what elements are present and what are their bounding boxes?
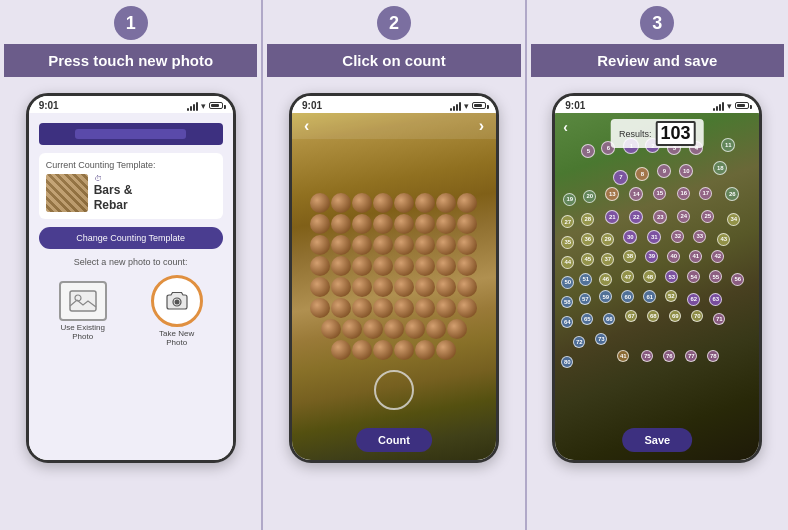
phone2-icons: ▾ — [450, 101, 486, 111]
save-btn-wrapper: Save — [622, 428, 692, 452]
template-name: Bars &Rebar — [94, 183, 133, 212]
num-circle: 52 — [665, 290, 677, 302]
rod — [342, 319, 362, 339]
num-circle: 65 — [581, 313, 593, 325]
rod — [373, 340, 393, 360]
rod — [310, 235, 330, 255]
template-image-inner — [46, 174, 88, 212]
template-icon: ⏱ — [94, 174, 133, 183]
phone2-back-arrow[interactable]: ‹ — [304, 117, 309, 135]
rod — [436, 214, 456, 234]
num-circle: 53 — [665, 270, 678, 283]
rod — [436, 298, 456, 318]
rod — [415, 340, 435, 360]
num-circle: 64 — [561, 316, 573, 328]
rod-row-7 — [297, 319, 491, 339]
rod — [405, 319, 425, 339]
rod — [331, 193, 351, 213]
num-circle: 13 — [605, 187, 619, 201]
results-label: Results: — [619, 129, 652, 139]
num-circle: 10 — [679, 164, 693, 178]
use-existing-photo-option[interactable]: Use ExistingPhoto — [59, 281, 107, 342]
count-button[interactable]: Count — [356, 428, 432, 452]
rod — [310, 193, 330, 213]
phone1-time: 9:01 — [39, 100, 59, 111]
num-circle: 75 — [641, 350, 653, 362]
num-circle: 41 — [617, 350, 629, 362]
rod — [415, 256, 435, 276]
results-bar: Results: 103 — [611, 119, 704, 148]
phone2-battery-icon — [472, 102, 486, 109]
num-circle: 78 — [707, 350, 719, 362]
phone2-signal-icon — [450, 101, 461, 111]
num-circle: 27 — [561, 215, 574, 228]
rod — [436, 193, 456, 213]
rod-row-6 — [297, 298, 491, 318]
template-row: ⏱ Bars &Rebar — [46, 174, 216, 212]
phone1-nav-bar-inner — [75, 129, 185, 139]
template-image — [46, 174, 88, 212]
step-3-header: 3 Review and save — [527, 0, 788, 85]
num-circle: 25 — [701, 210, 714, 223]
rod — [457, 277, 477, 297]
save-button[interactable]: Save — [622, 428, 692, 452]
phone3-signal-icon — [713, 101, 724, 111]
phone2-wifi-icon: ▾ — [464, 101, 469, 111]
rod — [394, 214, 414, 234]
num-circle: 14 — [629, 187, 643, 201]
phone3-battery-icon — [735, 102, 749, 109]
change-counting-template-button[interactable]: Change Counting Template — [39, 227, 223, 249]
step-1: 1 Press touch new photo 9:01 ▾ — [0, 0, 263, 530]
num-circle: 63 — [709, 293, 722, 306]
num-circle: 15 — [653, 187, 666, 200]
phone2-notch: 9:01 ▾ — [292, 96, 496, 113]
num-circle: 29 — [601, 233, 614, 246]
phone2-time: 9:01 — [302, 100, 322, 111]
num-circle: 47 — [621, 270, 634, 283]
step-1-phone-wrapper: 9:01 ▾ Current Counting Template: — [0, 85, 261, 530]
num-circle: 43 — [717, 233, 730, 246]
rod — [331, 235, 351, 255]
step-2: 2 Click on count 9:01 ▾ — [263, 0, 526, 530]
num-circle: 39 — [645, 250, 658, 263]
num-circle: 60 — [621, 290, 634, 303]
rod — [331, 298, 351, 318]
num-circle: 28 — [581, 213, 594, 226]
num-circle: 54 — [687, 270, 700, 283]
num-circle: 68 — [647, 310, 659, 322]
phone1-icons: ▾ — [187, 101, 223, 111]
num-circle: 35 — [561, 236, 574, 249]
phone2-forward-arrow[interactable]: › — [479, 117, 484, 135]
rod — [331, 256, 351, 276]
num-circle: 19 — [563, 193, 576, 206]
num-circle: 5 — [581, 144, 595, 158]
step-3-title: Review and save — [531, 44, 784, 77]
take-new-photo-option[interactable]: Take NewPhoto — [151, 275, 203, 348]
num-circle: 46 — [599, 273, 612, 286]
count-btn-wrapper: Count — [356, 428, 432, 452]
num-circle: 40 — [667, 250, 680, 263]
rod — [310, 298, 330, 318]
phone3-content: ‹ Results: 103 5 6 1 2 3 — [555, 113, 759, 460]
rod — [310, 277, 330, 297]
rod — [384, 319, 404, 339]
num-circle: 8 — [635, 167, 649, 181]
num-circle: 70 — [691, 310, 703, 322]
step-3-phone: 9:01 ▾ ‹ Results: 103 — [552, 93, 762, 463]
rod — [321, 319, 341, 339]
num-circle: 23 — [653, 210, 667, 224]
rod — [447, 319, 467, 339]
num-circle: 57 — [579, 293, 591, 305]
rod — [373, 214, 393, 234]
step-3-number: 3 — [640, 6, 674, 40]
num-circle: 38 — [623, 250, 636, 263]
select-label: Select a new photo to count: — [39, 257, 223, 267]
step-1-title: Press touch new photo — [4, 44, 257, 77]
rod — [331, 340, 351, 360]
rod — [415, 214, 435, 234]
rod — [373, 277, 393, 297]
rod — [457, 235, 477, 255]
rod — [352, 298, 372, 318]
rod — [373, 235, 393, 255]
phone3-back-arrow[interactable]: ‹ — [563, 119, 568, 135]
